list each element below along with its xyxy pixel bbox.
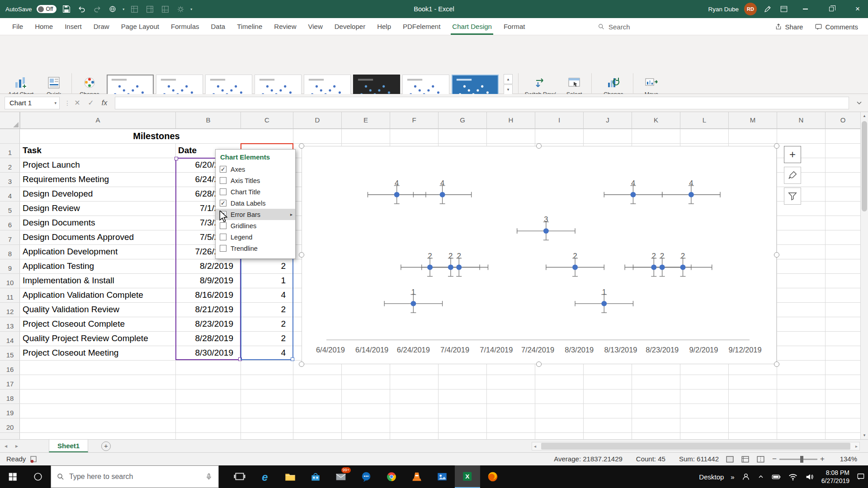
chart-point[interactable] — [427, 265, 433, 270]
cell-task[interactable]: Implementation & Install — [23, 273, 173, 288]
ribbon-tab-review[interactable]: Review — [268, 18, 302, 35]
scroll-up-icon[interactable]: ▴ — [861, 112, 868, 120]
cell-title[interactable]: Milestones — [20, 129, 293, 143]
network-icon[interactable] — [788, 472, 798, 482]
close-button[interactable]: × — [847, 0, 868, 18]
user-name[interactable]: Ryan Dube — [708, 6, 739, 13]
formula-input[interactable] — [115, 97, 849, 109]
firefox-icon[interactable] — [480, 465, 505, 488]
battery-icon[interactable] — [771, 472, 781, 482]
chart-selection-handle[interactable] — [299, 361, 304, 367]
add-sheet-button[interactable]: + — [101, 441, 111, 451]
undo-icon[interactable] — [76, 4, 87, 14]
messaging-icon[interactable] — [354, 465, 379, 488]
desktop-label[interactable]: Desktop — [699, 473, 724, 481]
chart-point[interactable] — [572, 265, 578, 270]
microphone-icon[interactable] — [205, 473, 213, 481]
chart-point[interactable] — [630, 192, 636, 197]
macro-record-icon[interactable] — [30, 455, 38, 463]
insert-function-icon[interactable]: fx — [99, 94, 110, 112]
cell-task-header[interactable]: Task — [23, 143, 172, 158]
avatar[interactable]: RD — [744, 3, 757, 15]
quick-access-dropdown-icon[interactable]: ▾ — [190, 7, 192, 11]
cell-value[interactable]: 2 — [241, 317, 289, 331]
zoom-level[interactable]: 134% — [831, 453, 857, 465]
cell-value[interactable]: 1 — [241, 273, 289, 288]
scroll-left-icon[interactable]: ◂ — [534, 442, 536, 450]
edge-icon[interactable]: e — [252, 465, 278, 488]
cell-value[interactable]: 2 — [241, 302, 289, 317]
share-button[interactable]: Share — [775, 23, 803, 31]
ribbon-tab-pdfelement[interactable]: PDFelement — [397, 18, 446, 35]
chart-filters-button[interactable] — [784, 188, 801, 205]
cell-date[interactable]: 8/16/2019 — [175, 288, 237, 302]
hyperlink-dropdown-icon[interactable]: ▾ — [123, 7, 124, 11]
status-average[interactable]: Average: 21837.21429 — [554, 453, 623, 465]
chart-selection-handle[interactable] — [536, 143, 542, 149]
minimize-button[interactable] — [795, 0, 816, 18]
restore-button[interactable] — [821, 0, 842, 18]
cell-value[interactable]: 2 — [241, 259, 289, 273]
checkbox-icon[interactable]: ✓ — [220, 200, 226, 206]
zoom-slider[interactable] — [779, 459, 817, 460]
chart-styles-button[interactable] — [784, 167, 801, 184]
chart-selection-handle[interactable] — [299, 252, 304, 258]
ribbon-tab-timeline[interactable]: Timeline — [231, 18, 268, 35]
task-view-icon[interactable] — [227, 465, 252, 488]
search-box[interactable]: Search — [598, 18, 630, 35]
cell-task[interactable]: Project Closeout Complete — [23, 317, 173, 331]
cell-task[interactable]: Requirements Meeting — [23, 172, 173, 187]
comments-button[interactable]: Comments — [815, 23, 858, 31]
status-sum[interactable]: Sum: 611442 — [679, 453, 719, 465]
normal-view-icon[interactable] — [725, 455, 735, 464]
ribbon-tab-developer[interactable]: Developer — [329, 18, 371, 35]
cell-task[interactable]: Quality Validation Review — [23, 302, 173, 317]
gallery-down-icon[interactable]: ▾ — [504, 84, 513, 94]
cell-task[interactable]: Application Testing — [23, 259, 173, 273]
checkbox-icon[interactable] — [220, 245, 226, 252]
sheet-nav-left-icon[interactable]: ◂ — [5, 440, 7, 452]
name-box-dropdown-icon[interactable]: ▾ — [54, 97, 57, 109]
zoom-in-button[interactable]: + — [820, 453, 825, 465]
chart-point[interactable] — [394, 192, 400, 197]
start-button[interactable] — [0, 465, 25, 488]
cell-date[interactable]: 8/23/2019 — [175, 317, 237, 331]
chart-point[interactable] — [440, 192, 445, 197]
checkbox-icon[interactable] — [220, 222, 226, 229]
sheet-nav-right-icon[interactable]: ▸ — [15, 440, 18, 452]
ribbon-display-options-icon[interactable] — [778, 4, 789, 14]
spreadsheet-grid[interactable]: ABCDEFGHIJKLMNO 123456789101112131415161… — [0, 112, 868, 439]
ink-pen-icon[interactable] — [762, 4, 773, 14]
status-count[interactable]: Count: 45 — [636, 453, 665, 465]
chart-elements-item-axis-titles[interactable]: Axis Titles — [216, 175, 295, 186]
ribbon-tab-data[interactable]: Data — [205, 18, 231, 35]
hidden-icons-chevron[interactable] — [757, 473, 764, 480]
name-box[interactable]: Chart 1▾ — [5, 97, 60, 109]
ribbon-tab-view[interactable]: View — [302, 18, 329, 35]
photos-icon[interactable] — [429, 465, 455, 488]
chart-point[interactable] — [410, 301, 416, 306]
cell-task[interactable]: Design Review — [23, 201, 173, 216]
milestone-chart[interactable]: 6/4/20196/14/20196/24/20197/4/20197/14/2… — [302, 146, 777, 364]
cell-value[interactable]: 4 — [241, 346, 289, 360]
chart-point[interactable] — [651, 265, 656, 270]
chart-point[interactable] — [448, 265, 453, 270]
ribbon-tab-formulas[interactable]: Formulas — [165, 18, 205, 35]
sheet-tab-sheet1[interactable]: Sheet1 — [49, 440, 88, 452]
confirm-entry-icon[interactable]: ✓ — [85, 94, 97, 112]
cell-task[interactable]: Design Documents — [23, 216, 173, 230]
ribbon-tab-chart-design[interactable]: Chart Design — [446, 18, 498, 35]
cell-task[interactable]: Design Developed — [23, 187, 173, 201]
checkbox-icon[interactable] — [220, 177, 226, 184]
ribbon-tab-format[interactable]: Format — [498, 18, 531, 35]
ribbon-tab-help[interactable]: Help — [371, 18, 397, 35]
checkbox-icon[interactable] — [220, 188, 226, 195]
ribbon-tab-draw[interactable]: Draw — [88, 18, 115, 35]
chart-selection-handle[interactable] — [774, 361, 779, 367]
zoom-out-button[interactable]: − — [772, 453, 777, 465]
scrollbar-thumb[interactable] — [862, 121, 867, 211]
zoom-slider-thumb[interactable] — [800, 456, 803, 463]
chart-selection-handle[interactable] — [774, 252, 779, 258]
chart-elements-item-legend[interactable]: Legend — [216, 231, 295, 243]
chart-selection-handle[interactable] — [536, 361, 542, 367]
